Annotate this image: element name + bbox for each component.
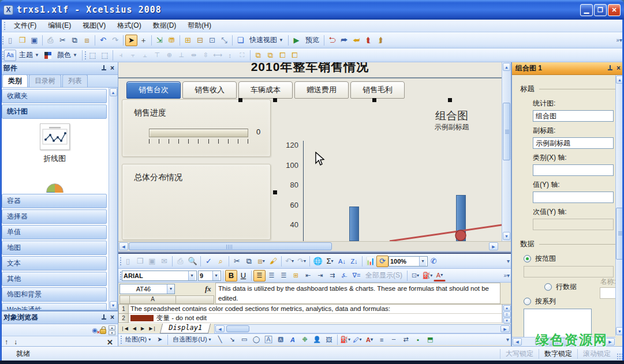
next-sheet-icon[interactable]: ▶ [139,326,147,331]
components-scrollbar[interactable]: ▲ ▼ [109,88,117,310]
accordion-selectors[interactable]: 选择器 [2,209,107,224]
sheet-scroll-thumb[interactable] [226,325,249,332]
select-cursor-icon[interactable]: ➤ [125,35,137,46]
formula-content[interactable]: This data is utilized by the dashboard t… [215,283,500,304]
pin-icon[interactable] [100,65,107,72]
selection-handle[interactable] [372,98,376,102]
import-excel-icon[interactable]: ⇲ [154,35,166,46]
progress-slider[interactable] [149,129,248,137]
xcelsius-refresh-icon[interactable]: ⟳ [376,256,388,267]
scroll-down-icon[interactable]: ▼ [110,301,117,309]
export-powerpoint-icon[interactable]: ⮫ [338,35,350,46]
underline-icon[interactable]: U [237,270,249,282]
export-outlook-icon[interactable]: ⮨ [350,35,363,46]
first-sheet-icon[interactable]: ❘◀ [118,326,130,331]
same-size-icon[interactable]: ⛶ [236,50,248,61]
text-color-icon[interactable]: A▾ [364,334,376,346]
value-y-axis-input[interactable] [533,192,614,203]
pin-icon[interactable] [607,65,613,72]
hyperlink-icon[interactable]: 🌐 [312,256,324,267]
color-scheme-button[interactable]: 颜色▼ [54,50,80,61]
arrow-style-icon[interactable]: ⇄ [400,334,412,346]
font-name-combo[interactable]: ARIAL▾ [122,271,197,281]
redo-cells-icon[interactable]: ↷▾ [296,256,308,267]
paste-cells-icon[interactable]: ⧈▾ [255,256,267,267]
fit-canvas-icon[interactable]: ⊡ [206,35,218,46]
selection-handle[interactable] [273,98,277,102]
selection-handle[interactable] [273,190,277,194]
merge-center-icon[interactable]: ⊞ [290,270,302,282]
zoom-combo[interactable]: 100%▾ [388,256,428,267]
tab-tree[interactable]: 目录树 [29,74,61,87]
last-sheet-icon[interactable]: ▶❘ [147,326,159,331]
research-icon[interactable]: ⌕ [215,256,227,267]
accordion-web-connectivity[interactable]: Web连通性 [2,303,107,310]
rectangle-tool-icon[interactable]: ▭ [238,334,251,346]
oval-tool-icon[interactable]: ◯ [251,334,263,346]
ungroup-icon[interactable]: ⬚ [99,50,111,61]
dashboard-canvas[interactable]: 2010年整车销售情况 销售台次 销售收入 车辆成本 赠送费用 销售毛利 销售进… [118,62,511,241]
column-header-a[interactable]: A [130,295,176,304]
dash-style-icon[interactable]: ┄ [388,334,400,346]
radio-row-data-icon[interactable] [544,283,552,291]
bring-forward-icon[interactable]: ⧠ [276,50,289,61]
row-number[interactable]: 1 [118,305,129,314]
align-left-icon[interactable]: ⫞ [115,50,127,61]
canvas-scroll-left-icon[interactable]: ◀ [119,242,128,250]
line-color-icon[interactable]: 🖊▾ [352,334,364,346]
sheet-hscrollbar[interactable]: ◀ ▶ [214,324,511,333]
merge-cells-icon[interactable]: ⇉ [326,270,338,282]
paste-icon[interactable]: ⧈ [81,35,93,46]
restore-button[interactable]: ❐ [594,4,607,16]
properties-close-icon[interactable]: × [616,65,621,72]
cell-a1[interactable]: The spreadsheet contains color coded sec… [129,305,502,314]
accordion-favorites[interactable]: 收藏夹 [2,89,107,103]
fill-color-icon[interactable]: ⛽▾ [421,270,434,282]
export-word-icon[interactable]: ⮭ [375,35,387,46]
print-icon[interactable]: ⎙ [44,35,57,46]
increase-canvas-icon[interactable]: ⊞ [182,35,194,46]
accordion-text[interactable]: 文本 [2,256,107,271]
accordion-other[interactable]: 其他 [2,272,107,286]
clipart-icon[interactable]: 👤 [311,334,323,346]
line-style-icon[interactable]: ≡ [376,334,388,346]
shadow-style-icon[interactable]: ▪ [412,334,424,346]
menu-format[interactable]: 格式(O) [111,20,147,32]
textbox-tool-icon[interactable]: 🄰 [263,334,275,346]
dashboard-tab-gift-expense[interactable]: 赠送费用 [294,81,349,99]
canvas-vscroll-thumb[interactable] [503,103,510,160]
dashboard-tab-sales-revenue[interactable]: 销售收入 [182,81,237,99]
sort-ascending-icon[interactable]: A↓ [336,256,348,267]
send-backward-icon[interactable]: ⧠ [289,50,301,61]
help-icon[interactable]: ✆ [428,256,440,267]
filter-equal-icon[interactable]: ∇= [350,270,363,282]
close-button[interactable]: ✕ [608,4,621,16]
vertical-textbox-icon[interactable]: 🅰 [275,334,287,346]
new-workbook-icon[interactable]: ▯ [122,256,134,267]
grid-vscrollbar[interactable]: ▲ ≡ ▼ [502,305,511,323]
accordion-charts[interactable]: 统计图 [2,104,107,119]
menu-file[interactable]: 文件(F) [8,20,42,32]
undo-cells-icon[interactable]: ↶▾ [283,256,296,267]
dashboard-tab-vehicle-cost[interactable]: 车辆成本 [238,81,293,99]
align-text-right-icon[interactable]: ☰ [278,270,290,282]
canvas-vscrollbar[interactable]: ▲ ▼ [502,62,511,241]
align-middle-icon[interactable]: ⊕ [163,50,175,61]
shape-fill-icon[interactable]: ⛽▾ [339,334,352,346]
align-text-left-icon[interactable]: ☰ [253,270,266,282]
copy-icon[interactable]: ⧉ [69,35,81,46]
align-top-icon[interactable]: ⊤ [151,50,163,61]
insert-picture-icon[interactable]: 🖼 [323,334,335,346]
save-workbook-icon[interactable]: ▣ [146,256,158,267]
open-workbook-icon[interactable]: ❒ [134,256,146,267]
new-document-icon[interactable]: ▯ [4,35,16,46]
resize-canvas-icon[interactable]: ⤡ [218,35,230,46]
prop-scroll-left-icon[interactable]: ◀ [513,338,522,346]
distribution-panel[interactable]: 总体分布情况 [122,164,271,240]
line-tool-icon[interactable]: ╲ [214,334,226,346]
export-pdf-icon[interactable]: ⮬ [363,35,375,46]
diagram-icon[interactable]: ❉ [299,334,311,346]
select-all-corner[interactable] [119,295,130,304]
dashboard-tab-gross-profit[interactable]: 销售毛利 [350,81,405,99]
same-width-icon[interactable]: ⟷ [212,50,224,61]
